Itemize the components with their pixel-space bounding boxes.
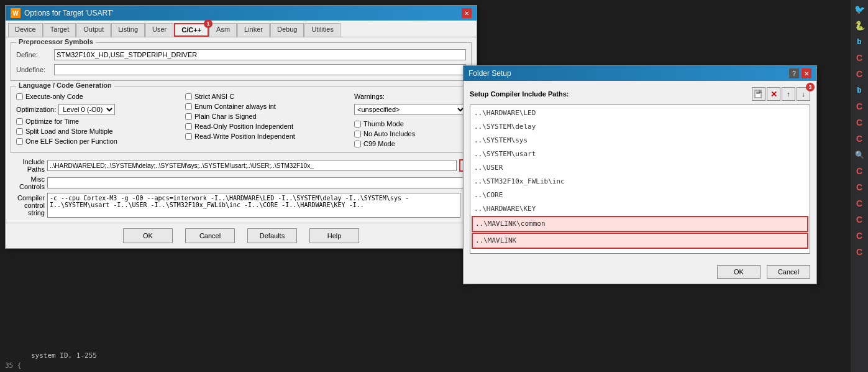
list-item[interactable]: ..\USER bbox=[472, 161, 808, 175]
tab-output[interactable]: Output bbox=[76, 23, 111, 37]
ro-position-row: Read-Only Position Independent bbox=[185, 123, 350, 130]
include-paths-input[interactable] bbox=[47, 160, 457, 171]
list-item[interactable]: ..\SYSTEM\sys bbox=[472, 134, 808, 147]
c-icon-9[interactable]: C bbox=[852, 213, 866, 226]
enum-container-row: Enum Container always int bbox=[185, 103, 350, 110]
list-item-mavlink-common[interactable]: ..\MAVLINK\common bbox=[472, 216, 808, 232]
thumb-mode-checkbox[interactable] bbox=[354, 121, 361, 128]
c-icon-7[interactable]: C bbox=[852, 180, 866, 194]
c-icon-8[interactable]: C bbox=[852, 197, 866, 210]
codegen-col1: Execute-only Code Optimization: Level 0 … bbox=[16, 93, 181, 147]
list-item[interactable]: ..\HARDWARE\KEY bbox=[472, 202, 808, 216]
folder-cancel-button[interactable]: Cancel bbox=[767, 265, 810, 279]
folder-up-button[interactable]: ↑ bbox=[782, 87, 795, 101]
c-icon-6[interactable]: C bbox=[852, 164, 866, 178]
folder-close-button[interactable]: ✕ bbox=[802, 68, 811, 78]
c-icon-3[interactable]: C bbox=[852, 100, 866, 113]
folder-header-label: Setup Compiler Include Paths: bbox=[470, 90, 569, 98]
misc-label: MiscControls bbox=[11, 175, 45, 190]
one-elf-label: One ELF Section per Function bbox=[25, 137, 117, 145]
tab-linker[interactable]: Linker bbox=[237, 23, 270, 37]
ok-button[interactable]: OK bbox=[123, 228, 173, 243]
titlebar-left: W Options for Target 'USART' bbox=[11, 8, 114, 18]
c-icon-11[interactable]: C bbox=[852, 245, 866, 259]
tab-debug[interactable]: Debug bbox=[270, 23, 304, 37]
tab-listing[interactable]: Listing bbox=[111, 23, 145, 37]
folder-list[interactable]: ..\HARDWARE\LED ..\SYSTEM\delay ..\SYSTE… bbox=[470, 105, 810, 254]
tab-asm[interactable]: Asm bbox=[209, 23, 237, 37]
folder-down-button[interactable]: ↓ 3 bbox=[797, 87, 810, 101]
python-icon[interactable]: 🐍 bbox=[852, 19, 866, 32]
optimization-label: Optimization: bbox=[16, 106, 56, 113]
folder-header-row: Setup Compiler Include Paths: ✕ ↑ ↓ 3 bbox=[470, 87, 810, 101]
enum-container-checkbox[interactable] bbox=[185, 103, 192, 110]
split-load-checkbox[interactable] bbox=[16, 128, 23, 135]
codegen-col3: Warnings: <unspecified> Thumb Mode No Au… bbox=[354, 93, 466, 147]
b-icon-2[interactable]: b bbox=[852, 83, 866, 97]
c99-row: C99 Mode bbox=[354, 140, 466, 147]
c99-checkbox[interactable] bbox=[354, 141, 361, 147]
folder-ok-button[interactable]: OK bbox=[717, 265, 761, 279]
no-auto-label: No Auto Includes bbox=[363, 130, 415, 137]
tab-cpp-wrapper: C/C++ 1 bbox=[174, 23, 209, 37]
warnings-select[interactable]: <unspecified> bbox=[354, 104, 466, 115]
include-paths-label: IncludePaths bbox=[11, 158, 45, 173]
c-icon-10[interactable]: C bbox=[852, 229, 866, 243]
badge-1: 1 bbox=[204, 19, 212, 28]
defaults-button[interactable]: Defaults bbox=[247, 228, 297, 243]
folder-help-button[interactable]: ? bbox=[789, 68, 799, 78]
define-label: Define: bbox=[16, 51, 50, 58]
tab-bar: Device Target Output Listing User C/C++ … bbox=[6, 21, 477, 37]
status-text: system ID, 1-255 bbox=[31, 351, 97, 360]
misc-input[interactable] bbox=[47, 177, 472, 188]
folder-body: Setup Compiler Include Paths: ✕ ↑ ↓ 3 ..… bbox=[464, 81, 816, 260]
folder-new-button[interactable] bbox=[752, 87, 765, 101]
optimize-time-row: Optimize for Time bbox=[16, 118, 181, 125]
undefine-input[interactable] bbox=[54, 64, 466, 75]
c-icon-1[interactable]: C bbox=[852, 51, 866, 65]
execute-only-checkbox[interactable] bbox=[16, 93, 23, 100]
rw-position-checkbox[interactable] bbox=[185, 133, 192, 140]
preprocessor-label: Preprocessor Symbols bbox=[16, 38, 96, 45]
c-icon-4[interactable]: C bbox=[852, 116, 866, 129]
list-item-mavlink[interactable]: ..\MAVLINK bbox=[472, 233, 808, 249]
strict-ansi-checkbox[interactable] bbox=[185, 93, 192, 100]
ro-position-checkbox[interactable] bbox=[185, 123, 192, 130]
options-titlebar: W Options for Target 'USART' ✕ bbox=[6, 6, 477, 21]
list-item[interactable]: ..\CORE bbox=[472, 188, 808, 202]
options-close-button[interactable]: ✕ bbox=[462, 8, 472, 18]
ro-position-label: Read-Only Position Independent bbox=[194, 123, 293, 130]
list-item[interactable]: ..\HARDWARE\LED bbox=[472, 106, 808, 120]
optimize-time-checkbox[interactable] bbox=[16, 118, 23, 125]
no-auto-checkbox[interactable] bbox=[354, 131, 361, 137]
tab-user[interactable]: User bbox=[145, 23, 173, 37]
preprocessor-group: Preprocessor Symbols Define: Undefine: bbox=[11, 42, 472, 81]
folder-toolbar: ✕ ↑ ↓ 3 bbox=[752, 87, 810, 101]
define-input[interactable] bbox=[54, 49, 466, 60]
c-icon-5[interactable]: C bbox=[852, 132, 866, 146]
one-elf-row: One ELF Section per Function bbox=[16, 137, 181, 145]
list-item[interactable]: ..\SYSTEM\usart bbox=[472, 147, 808, 161]
help-button[interactable]: Help bbox=[309, 228, 359, 243]
one-elf-checkbox[interactable] bbox=[16, 138, 23, 145]
b-icon-1[interactable]: b bbox=[852, 35, 866, 49]
c99-label: C99 Mode bbox=[363, 140, 395, 147]
split-load-row: Split Load and Store Multiple bbox=[16, 128, 181, 135]
magnify-icon[interactable]: 🔍 bbox=[852, 148, 866, 162]
define-row: Define: bbox=[16, 49, 466, 60]
rw-position-row: Read-Write Position Independent bbox=[185, 133, 350, 140]
tab-target[interactable]: Target bbox=[43, 23, 76, 37]
strict-ansi-label: Strict ANSI C bbox=[194, 93, 234, 100]
bird-icon[interactable]: 🐦 bbox=[852, 2, 866, 16]
tab-device[interactable]: Device bbox=[8, 23, 43, 37]
folder-delete-button[interactable]: ✕ bbox=[767, 87, 780, 101]
list-item[interactable]: ..\SYSTEM\delay bbox=[472, 120, 808, 134]
optimization-select[interactable]: Level 0 (-O0) bbox=[58, 104, 115, 115]
plain-char-checkbox[interactable] bbox=[185, 113, 192, 120]
compiler-textarea[interactable]: -c --cpu Cortex-M3 -g -O0 --apcs=interwo… bbox=[47, 193, 460, 218]
tab-utilities[interactable]: Utilities bbox=[304, 23, 340, 37]
cancel-button[interactable]: Cancel bbox=[185, 228, 235, 243]
badge-3: 3 bbox=[806, 83, 815, 91]
list-item[interactable]: ..\STM32F10x_FWLib\inc bbox=[472, 175, 808, 188]
c-icon-2[interactable]: C bbox=[852, 67, 866, 81]
